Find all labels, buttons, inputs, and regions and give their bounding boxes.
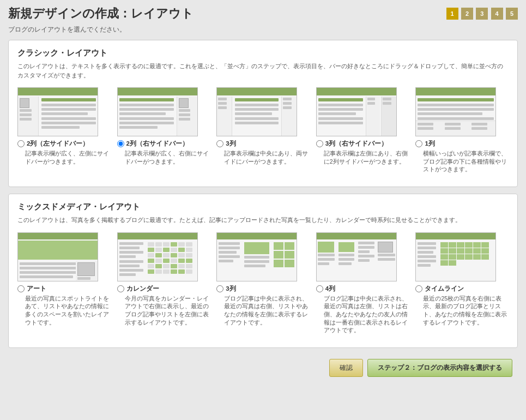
radio-4col[interactable]: 4列 (316, 285, 335, 293)
thumb-2col-left (17, 87, 98, 136)
desc-calendar: 今月の写真をカレンダー・レイアウトで右側に表示し、最近のブログ記事やリストを左側… (117, 295, 210, 327)
page-subtitle: ブログのレイアウトを選んでください。 (8, 25, 518, 34)
thumb-1col (415, 87, 496, 136)
classic-layouts-row: 2列（左サイドバー） 記事表示欄が広く、左側にサイドバーがつきます。 (17, 87, 509, 173)
page-title: 新規デザインの作成：レイアウト (8, 5, 518, 22)
step-3: 3 (476, 8, 488, 20)
desc-3col-sidebar: 記事表示欄は左側にあり、右側に2列サイドバーがつきます。 (316, 149, 409, 165)
layout-3col-media: 3列 ブログ記事は中央に表示され、最近の写真は右側、リストやあなたの情報を左側に… (216, 232, 310, 334)
desc-3col: 記事表示欄は中央にあり、両サイドにバーがつきます。 (216, 149, 310, 165)
thumb-4col (316, 232, 397, 281)
mixed-section-desc: このレイアウトは、写真を多く掲載するブログに最適です。たとえば、記事にアップロー… (17, 215, 509, 225)
layout-calendar: カレンダー 今月の写真をカレンダー・レイアウトで右側に表示し、最近のブログ記事や… (117, 232, 210, 334)
radio-2col-right[interactable]: 2列（右サイドバー） (117, 140, 189, 148)
thumb-art (17, 232, 98, 281)
layout-3col: 3列 記事表示欄は中央にあり、両サイドにバーがつきます。 (216, 87, 310, 173)
classic-section: クラシック・レイアウト このレイアウトは、テキストを多く表示するのに最適です。こ… (8, 40, 518, 187)
classic-section-desc: このレイアウトは、テキストを多く表示するのに最適です。これを選ぶと、「並べ方」の… (17, 62, 509, 80)
radio-input-art[interactable] (17, 285, 25, 292)
step-2: 2 (461, 8, 473, 20)
layout-3col-sidebar: 3列（右サイドバー） 記事表示欄は左側にあり、右側に2列サイドバーがつきます。 (316, 87, 409, 173)
thumb-3col-media (216, 232, 297, 281)
radio-calendar[interactable]: カレンダー (117, 285, 159, 293)
layout-2col-right: 2列（右サイドバー） 記事表示欄が広く、右側にサイドバーがつきます。 (117, 87, 210, 173)
radio-input-3col-media[interactable] (216, 285, 223, 292)
layout-1col: 1列 横幅いっぱいが記事表示欄で、ブログ記事の下に各種情報やリストがつきます。 (415, 87, 509, 173)
radio-3col-sidebar[interactable]: 3列（右サイドバー） (316, 140, 388, 148)
radio-art[interactable]: アート (17, 285, 46, 293)
layout-2col-left: 2列（左サイドバー） 記事表示欄が広く、左側にサイドバーがつきます。 (17, 87, 111, 173)
layout-art: アート 最近の写真にスポットライトをあて、リストやあなたの情報に多くのスペースを… (17, 232, 111, 334)
radio-input-2col-right[interactable] (117, 140, 124, 147)
desc-4col: ブログ記事は中央に表示され、最近の写真は左側、リストは右側、あなたやあなたの友人… (316, 295, 409, 334)
confirm-button[interactable]: 確認 (329, 359, 363, 377)
radio-1col[interactable]: 1列 (415, 140, 434, 148)
layout-timeline: タイムライン 最近の25枚の写真を右側に表示、最新のブログ記事とリスト、あなたの… (415, 232, 509, 334)
radio-2col-left[interactable]: 2列（左サイドバー） (17, 140, 89, 148)
radio-input-4col[interactable] (316, 285, 323, 292)
radio-timeline[interactable]: タイムライン (415, 285, 464, 293)
desc-2col-left: 記事表示欄が広く、左側にサイドバーがつきます。 (17, 149, 111, 165)
desc-art: 最近の写真にスポットライトをあて、リストやあなたの情報に多くのスペースを割いたレ… (17, 295, 111, 327)
thumb-calendar (117, 232, 198, 281)
classic-section-title: クラシック・レイアウト (17, 48, 509, 58)
thumb-2col-right (117, 87, 198, 136)
radio-input-3col[interactable] (216, 140, 223, 147)
radio-input-1col[interactable] (415, 140, 422, 147)
desc-1col: 横幅いっぱいが記事表示欄で、ブログ記事の下に各種情報やリストがつきます。 (415, 149, 509, 173)
step-1: 1 (446, 8, 458, 20)
layout-4col: 4列 ブログ記事は中央に表示され、最近の写真は左側、リストは右側、あなたやあなた… (316, 232, 409, 334)
thumb-timeline (415, 232, 496, 281)
mixed-section-title: ミックスドメディア・レイアウト (17, 202, 509, 212)
desc-2col-right: 記事表示欄が広く、右側にサイドバーがつきます。 (117, 149, 210, 165)
step-5: 5 (506, 8, 518, 20)
mixed-section: ミックスドメディア・レイアウト このレイアウトは、写真を多く掲載するブログに最適… (8, 194, 518, 348)
radio-input-2col-left[interactable] (17, 140, 25, 147)
radio-3col[interactable]: 3列 (216, 140, 235, 148)
step-4: 4 (491, 8, 503, 20)
radio-input-calendar[interactable] (117, 285, 124, 292)
desc-3col-media: ブログ記事は中央に表示され、最近の写真は右側、リストやあなたの情報を左側に表示す… (216, 295, 310, 327)
radio-3col-media[interactable]: 3列 (216, 285, 235, 293)
thumb-3col-sidebar (316, 87, 397, 136)
desc-timeline: 最近の25枚の写真を右側に表示、最新のブログ記事とリスト、あなたの情報を左側に表… (415, 295, 509, 327)
step-indicators: 1 2 3 4 5 (445, 8, 518, 20)
mixed-layouts-row: アート 最近の写真にスポットライトをあて、リストやあなたの情報に多くのスペースを… (17, 232, 509, 334)
thumb-3col (216, 87, 297, 136)
next-button[interactable]: ステップ２：ブログの表示内容を選択する (367, 359, 512, 377)
radio-input-3col-sidebar[interactable] (316, 140, 323, 147)
footer-bar: 確認 ステップ２：ブログの表示内容を選択する (8, 355, 518, 381)
radio-input-timeline[interactable] (415, 285, 422, 292)
